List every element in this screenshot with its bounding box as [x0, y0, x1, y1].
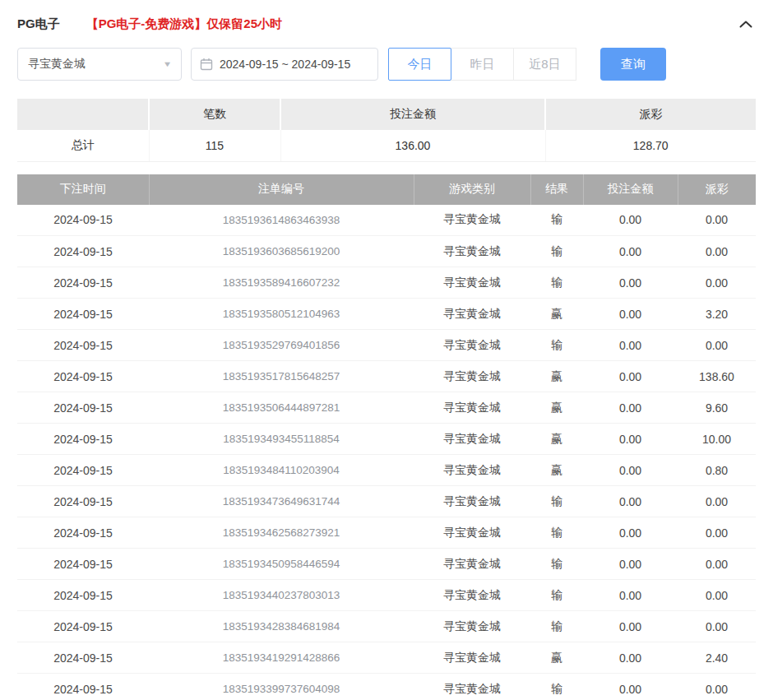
quick-range-button[interactable]: 近8日 [513, 48, 576, 81]
quick-range-button[interactable]: 今日 [388, 48, 451, 81]
cell-bet-time: 2024-09-15 [17, 517, 149, 549]
cell-result: 赢 [530, 299, 583, 330]
summary-total-row: 总计115136.00128.70 [17, 130, 756, 161]
cell-bet-time: 2024-09-15 [17, 486, 149, 517]
cell-bet-time: 2024-09-15 [17, 267, 149, 299]
records-header-bet-amount: 投注金额 [583, 174, 678, 205]
cell-order-id: 1835193517815648257 [149, 361, 414, 392]
cell-payout: 0.00 [678, 267, 756, 299]
records-tbody: 2024-09-151835193614863463938寻宝黄金城输0.000… [17, 205, 756, 700]
cell-payout: 0.00 [678, 517, 756, 549]
cell-result: 赢 [530, 642, 583, 674]
quick-range-button[interactable]: 昨日 [451, 48, 514, 81]
cell-payout: 0.00 [678, 330, 756, 361]
cell-game-type: 寻宝黄金城 [414, 486, 530, 517]
cell-game-type: 寻宝黄金城 [414, 674, 530, 700]
table-row: 2024-09-151835193603685619200寻宝黄金城输0.000… [17, 236, 756, 267]
cell-result: 输 [530, 236, 583, 267]
summary-total-label: 总计 [17, 130, 149, 161]
cell-result: 输 [530, 486, 583, 517]
cell-payout: 0.00 [678, 611, 756, 642]
cell-result: 输 [530, 205, 583, 236]
cell-bet-amount: 0.00 [583, 236, 678, 267]
cell-result: 输 [530, 549, 583, 580]
cell-bet-time: 2024-09-15 [17, 361, 149, 392]
cell-bet-time: 2024-09-15 [17, 392, 149, 424]
table-row: 2024-09-151835193440237803013寻宝黄金城输0.000… [17, 580, 756, 611]
cell-game-type: 寻宝黄金城 [414, 549, 530, 580]
table-row: 2024-09-151835193506444897281寻宝黄金城赢0.009… [17, 392, 756, 424]
cell-game-type: 寻宝黄金城 [414, 424, 530, 455]
cell-bet-amount: 0.00 [583, 392, 678, 424]
search-button[interactable]: 查询 [600, 48, 666, 81]
cell-order-id: 1835193580512104963 [149, 299, 414, 330]
cell-bet-time: 2024-09-15 [17, 642, 149, 674]
cell-bet-amount: 0.00 [583, 361, 678, 392]
cell-bet-time: 2024-09-15 [17, 330, 149, 361]
cell-order-id: 1835193614863463938 [149, 205, 414, 236]
cell-bet-time: 2024-09-15 [17, 580, 149, 611]
table-row: 2024-09-151835193428384681984寻宝黄金城输0.000… [17, 611, 756, 642]
cell-bet-time: 2024-09-15 [17, 611, 149, 642]
cell-order-id: 1835193603685619200 [149, 236, 414, 267]
game-select[interactable]: 寻宝黄金城 ▼ [17, 48, 182, 81]
cell-game-type: 寻宝黄金城 [414, 392, 530, 424]
date-range-value: 2024-09-15 ~ 2024-09-15 [220, 58, 350, 71]
summary-value: 128.70 [545, 130, 756, 161]
cell-game-type: 寻宝黄金城 [414, 236, 530, 267]
cell-result: 输 [530, 674, 583, 700]
cell-game-type: 寻宝黄金城 [414, 642, 530, 674]
cell-order-id: 1835193506444897281 [149, 392, 414, 424]
cell-game-type: 寻宝黄金城 [414, 611, 530, 642]
page-title: PG电子 [17, 16, 60, 32]
bet-records-panel: PG电子 【PG电子-免费游戏】仅保留25小时 寻宝黄金城 ▼ 2024-09-… [0, 0, 773, 700]
cell-payout: 0.00 [678, 549, 756, 580]
filter-row: 寻宝黄金城 ▼ 2024-09-15 ~ 2024-09-15 今日昨日近8日 … [17, 48, 756, 81]
table-row: 2024-09-151835193399737604098寻宝黄金城输0.000… [17, 674, 756, 700]
cell-order-id: 1835193440237803013 [149, 580, 414, 611]
cell-order-id: 1835193462568273921 [149, 517, 414, 549]
cell-result: 赢 [530, 392, 583, 424]
table-row: 2024-09-151835193473649631744寻宝黄金城输0.000… [17, 486, 756, 517]
cell-payout: 3.20 [678, 299, 756, 330]
summary-header-cell: 笔数 [149, 99, 280, 130]
records-header-order-id: 注单编号 [149, 174, 414, 205]
panel-header: PG电子 【PG电子-免费游戏】仅保留25小时 [17, 13, 756, 35]
cell-payout: 0.00 [678, 236, 756, 267]
cell-payout: 2.40 [678, 642, 756, 674]
cell-result: 赢 [530, 455, 583, 486]
cell-bet-time: 2024-09-15 [17, 236, 149, 267]
cell-result: 输 [530, 330, 583, 361]
cell-bet-time: 2024-09-15 [17, 549, 149, 580]
cell-game-type: 寻宝黄金城 [414, 580, 530, 611]
calendar-icon [200, 58, 213, 71]
cell-order-id: 1835193419291428866 [149, 642, 414, 674]
cell-order-id: 1835193428384681984 [149, 611, 414, 642]
cell-bet-amount: 0.00 [583, 642, 678, 674]
cell-game-type: 寻宝黄金城 [414, 361, 530, 392]
table-row: 2024-09-151835193614863463938寻宝黄金城输0.000… [17, 205, 756, 236]
table-row: 2024-09-151835193580512104963寻宝黄金城赢0.003… [17, 299, 756, 330]
collapse-panel-button[interactable] [736, 17, 756, 31]
cell-payout: 0.00 [678, 486, 756, 517]
title-wrap: PG电子 【PG电子-免费游戏】仅保留25小时 [17, 16, 282, 32]
table-row: 2024-09-151835193419291428866寻宝黄金城赢0.002… [17, 642, 756, 674]
table-row: 2024-09-151835193450958446594寻宝黄金城输0.000… [17, 549, 756, 580]
quick-range-group: 今日昨日近8日 [388, 48, 576, 81]
cell-payout: 0.00 [678, 580, 756, 611]
cell-game-type: 寻宝黄金城 [414, 299, 530, 330]
summary-header-cell: 投注金额 [280, 99, 545, 130]
cell-payout: 0.00 [678, 674, 756, 700]
table-row: 2024-09-151835193529769401856寻宝黄金城输0.000… [17, 330, 756, 361]
cell-game-type: 寻宝黄金城 [414, 455, 530, 486]
cell-result: 输 [530, 267, 583, 299]
table-row: 2024-09-151835193517815648257寻宝黄金城赢0.001… [17, 361, 756, 392]
cell-bet-time: 2024-09-15 [17, 455, 149, 486]
cell-payout: 10.00 [678, 424, 756, 455]
cell-game-type: 寻宝黄金城 [414, 517, 530, 549]
cell-game-type: 寻宝黄金城 [414, 330, 530, 361]
date-range-input[interactable]: 2024-09-15 ~ 2024-09-15 [191, 48, 378, 81]
records-table: 下注时间注单编号游戏类别结果投注金额派彩 2024-09-15183519361… [17, 174, 756, 700]
cell-order-id: 1835193473649631744 [149, 486, 414, 517]
cell-payout: 0.80 [678, 455, 756, 486]
